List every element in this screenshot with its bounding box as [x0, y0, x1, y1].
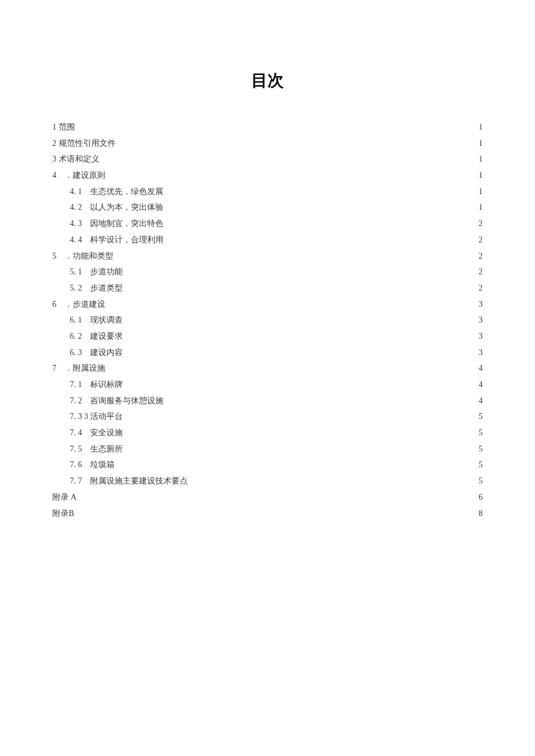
toc-entry-label: 5 ．功能和类型: [52, 249, 113, 263]
toc-entry-label: 7 ．附属设施: [52, 361, 105, 375]
toc-entry-label: 7. 4 安全设施: [70, 425, 123, 440]
toc-entry-page: 8: [477, 506, 483, 521]
toc-entry-label: 6. 1 现状调查: [70, 313, 123, 327]
toc-entry-label: 3 术语和定义: [52, 152, 99, 166]
toc-leader-dots: [124, 266, 476, 274]
toc-entry-page: 1: [477, 184, 483, 199]
toc-entry-page: 1: [477, 152, 483, 166]
toc-entry-page: 5: [477, 425, 483, 440]
toc-leader-dots: [124, 379, 476, 387]
toc-leader-dots: [165, 395, 476, 403]
toc-entry: 4. 2 以人为本，突出体验1: [52, 200, 483, 214]
toc-entry: 附录 A 6: [52, 490, 483, 504]
toc-entry-page: 6: [477, 490, 483, 504]
toc-entry-label: 2 规范性引用文件: [52, 136, 116, 151]
toc-leader-dots: [124, 282, 476, 291]
toc-entry: 4. 3 因地制宜，突出特色2: [52, 216, 483, 231]
toc-leader-dots: [117, 138, 477, 146]
toc-entry: 6. 1 现状调查 3: [52, 313, 483, 327]
toc-leader-dots: [124, 347, 476, 355]
toc-entry: 2 规范性引用文件1: [52, 136, 483, 151]
toc-entry-page: 5: [477, 457, 483, 472]
toc-entry-label: 4. 4 科学设计，合理利用: [70, 232, 163, 247]
toc-entry: 7. 7 附属设施主要建设技术要点5: [52, 474, 483, 488]
toc-leader-dots: [106, 299, 476, 307]
toc-leader-dots: [75, 508, 476, 516]
toc-leader-dots: [165, 202, 476, 210]
toc-entry-label: 4. 1 生态优先，绿色发展: [70, 184, 163, 199]
toc-leader-dots: [124, 411, 476, 419]
toc-entry-page: 1: [477, 120, 483, 134]
toc-entry-page: 1: [477, 136, 483, 151]
toc-entry-label: 5. 1 步道功能: [70, 264, 123, 279]
toc-entry-page: 4: [477, 361, 483, 375]
toc-leader-dots: [165, 186, 476, 194]
toc-entry-page: 1: [477, 200, 483, 214]
toc-entry: 4. 4 科学设计，合理利用2: [52, 232, 483, 247]
toc-entry: 3 术语和定义1: [52, 152, 483, 166]
toc-entry: 7. 1 标识标牌 4: [52, 377, 483, 392]
toc-entry-page: 3: [477, 345, 483, 360]
toc-entry-page: 2: [477, 281, 483, 295]
toc-entry-page: 1: [477, 168, 483, 182]
toc-entry: 7. 6 垃圾箱 5: [52, 457, 483, 472]
table-of-contents: 1 范围12 规范性引用文件13 术语和定义14 ．建设原则 14. 1 生态优…: [52, 120, 483, 521]
toc-leader-dots: [106, 170, 476, 178]
toc-entry-page: 5: [477, 409, 483, 424]
toc-entry: 7. 3 3 活动平台5: [52, 409, 483, 424]
toc-entry-page: 4: [477, 377, 483, 392]
toc-entry: 7 ．附属设施 4: [52, 361, 483, 375]
toc-entry-label: 附录B: [52, 506, 74, 521]
toc-entry: 5. 1 步道功能 2: [52, 264, 483, 279]
toc-entry-label: 7. 3 3 活动平台: [70, 409, 123, 424]
toc-entry-label: 7. 2 咨询服务与休憩设施: [70, 393, 163, 408]
toc-entry: 6. 3 建设内容 3: [52, 345, 483, 360]
toc-entry-page: 5: [477, 442, 483, 456]
toc-leader-dots: [106, 363, 476, 371]
toc-entry-label: 5. 2 步道类型: [70, 281, 123, 295]
toc-leader-dots: [189, 475, 476, 483]
toc-entry-label: 4. 3 因地制宜，突出特色: [70, 216, 163, 231]
toc-leader-dots: [78, 492, 476, 500]
toc-entry-page: 4: [477, 393, 483, 408]
toc-entry: 4 ．建设原则 1: [52, 168, 483, 182]
toc-entry: 5 ．功能和类型 2: [52, 249, 483, 263]
toc-entry: 6 ．步道建设 3: [52, 297, 483, 311]
toc-entry-label: 附录 A: [52, 490, 77, 504]
toc-entry-page: 2: [477, 264, 483, 279]
toc-entry-label: 6. 2 建设要求: [70, 329, 123, 343]
toc-leader-dots: [124, 443, 476, 452]
toc-entry-page: 2: [477, 232, 483, 247]
toc-entry: 4. 1 生态优先，绿色发展1: [52, 184, 483, 199]
toc-entry-label: 7. 1 标识标牌: [70, 377, 123, 392]
toc-entry-page: 3: [477, 329, 483, 343]
toc-entry-page: 3: [477, 313, 483, 327]
toc-leader-dots: [124, 331, 476, 339]
toc-entry-label: 4. 2 以人为本，突出体验: [70, 200, 163, 214]
toc-entry-label: 7. 7 附属设施主要建设技术要点: [70, 474, 188, 488]
toc-entry-page: 3: [477, 297, 483, 311]
toc-leader-dots: [116, 459, 476, 467]
toc-leader-dots: [124, 314, 476, 323]
toc-entry-label: 6. 3 建设内容: [70, 345, 123, 360]
toc-entry-label: 1 范围: [52, 120, 75, 134]
page-title: 目次: [52, 70, 483, 92]
toc-entry: 7. 4 安全设施 5: [52, 425, 483, 440]
toc-entry: 1 范围1: [52, 120, 483, 134]
toc-leader-dots: [165, 218, 476, 226]
toc-leader-dots: [124, 427, 476, 435]
toc-entry: 5. 2 步道类型 2: [52, 281, 483, 295]
toc-entry: 6. 2 建设要求 3: [52, 329, 483, 343]
toc-entry-label: 7. 6 垃圾箱: [70, 457, 115, 472]
toc-entry-page: 2: [477, 216, 483, 231]
toc-entry-label: 4 ．建设原则: [52, 168, 105, 182]
toc-entry-label: 7. 5 生态厕所: [70, 442, 123, 456]
toc-leader-dots: [101, 153, 477, 162]
toc-entry-label: 6 ．步道建设: [52, 297, 105, 311]
toc-leader-dots: [115, 250, 476, 259]
toc-entry: 附录B 8: [52, 506, 483, 521]
toc-leader-dots: [76, 121, 477, 130]
toc-entry-page: 5: [477, 474, 483, 488]
toc-leader-dots: [165, 234, 476, 242]
toc-entry-page: 2: [477, 249, 483, 263]
